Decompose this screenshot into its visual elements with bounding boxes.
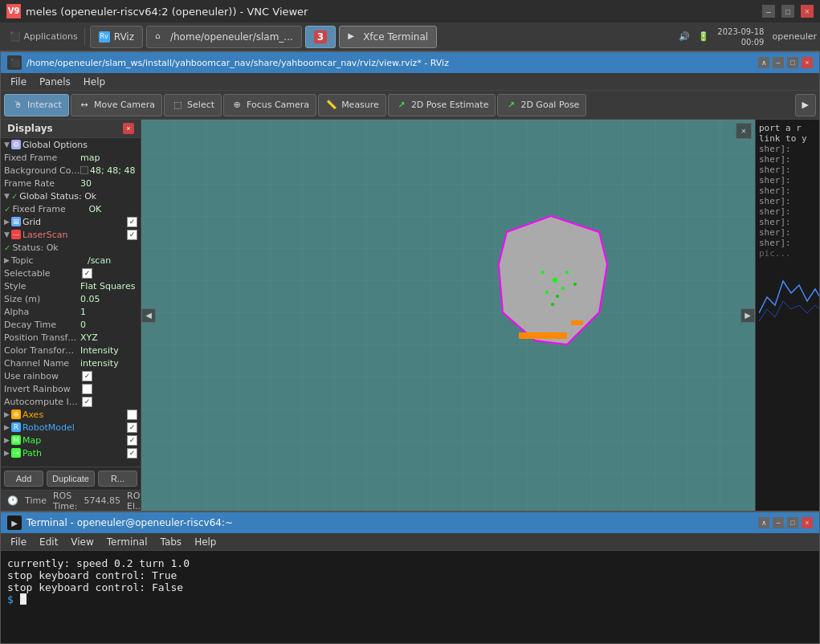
viewport-close-btn[interactable]: × (736, 123, 752, 139)
ls-autocompute-label: Autocompute Int... (4, 397, 80, 407)
robotmodel-section[interactable]: ▶ R RobotModel (1, 421, 141, 434)
terminal-content[interactable]: currently: speed 0.2 turn 1.0 stop keybo… (1, 551, 819, 643)
ls-status-label: Status: Ok (12, 243, 88, 253)
home-icon: ⌂ (155, 31, 166, 43)
terminal-icon: ▶ (348, 31, 359, 43)
interact-btn[interactable]: 🖱 Interact (4, 94, 69, 116)
move-camera-icon: ↔ (78, 99, 91, 112)
terminal-menu-view[interactable]: View (64, 535, 100, 549)
displays-header: Displays × (1, 120, 141, 138)
taskbar-number[interactable]: 3 (305, 26, 336, 48)
global-status-label: Global Status: Ok (19, 191, 96, 202)
terminal-maximize-btn[interactable]: – (773, 517, 784, 528)
taskbar-rviz[interactable]: Rv RViz (90, 26, 143, 48)
2d-pose-btn[interactable]: ↗ 2D Pose Estimate (388, 94, 496, 116)
path-section[interactable]: ▶ → Path (1, 446, 141, 459)
global-status-section[interactable]: ▼ ✓ Global Status: Ok (1, 190, 141, 202)
terminal-menu-file[interactable]: File (4, 535, 33, 549)
more-btn[interactable]: ▶ (795, 94, 816, 116)
applications-menu[interactable]: ⬛ Applications (3, 28, 85, 45)
battery-icon[interactable]: 🔋 (698, 31, 709, 42)
path-expand: ▶ (4, 449, 10, 457)
terminal-restore-btn[interactable]: □ (787, 517, 798, 528)
map-checkbox[interactable] (127, 435, 137, 446)
terminal-menu-terminal[interactable]: Terminal (100, 535, 154, 549)
grid-section[interactable]: ▶ ⊞ Grid (1, 215, 141, 228)
gs-expand: ▼ (4, 192, 10, 200)
minimize-btn[interactable]: – (762, 5, 775, 18)
gs-check-icon: ✓ (11, 192, 18, 201)
ls-color-trans-label: Color Transformer (4, 345, 80, 356)
viewport-right-arrow[interactable]: ▶ (740, 308, 755, 323)
bg-color-swatch (80, 166, 88, 174)
axes-section[interactable]: ▶ ⊕ Axes (1, 408, 141, 421)
terminal-menu-tabs[interactable]: Tabs (154, 535, 189, 549)
svg-rect-13 (571, 320, 583, 325)
volume-icon[interactable]: 🔊 (679, 31, 690, 42)
right-panel-line-9: sher]: (759, 206, 816, 217)
measure-btn[interactable]: 📏 Measure (318, 94, 386, 116)
terminal-close-btn[interactable]: × (802, 517, 813, 528)
terminal-line-2: stop keyboard control: True (7, 569, 813, 581)
laserscan-checkbox[interactable] (127, 230, 137, 240)
ls-pos-trans-value: XYZ (80, 332, 98, 343)
ls-invert-checkbox[interactable] (82, 384, 92, 394)
ls-size-row: Size (m) 0.05 (1, 292, 141, 305)
fixed-frame-label: Fixed Frame (4, 153, 80, 163)
ls-color-trans-row: Color Transformer Intensity (1, 344, 141, 357)
global-options-section[interactable]: ▼ ⚙ Global Options (1, 138, 141, 151)
terminal-title: Terminal - openeuler@openeuler-riscv64:~ (27, 517, 758, 528)
grid-checkbox[interactable] (127, 217, 137, 227)
menu-panels[interactable]: Panels (33, 75, 77, 89)
map-section[interactable]: ▶ M Map (1, 434, 141, 446)
axes-checkbox[interactable] (127, 410, 137, 420)
terminal-menu-help[interactable]: Help (188, 535, 222, 549)
rviz-close-btn[interactable]: × (802, 57, 813, 68)
rviz-restore-btn[interactable]: □ (787, 57, 798, 68)
rviz-maximize-btn[interactable]: – (773, 57, 784, 68)
interact-icon: 🖱 (11, 99, 24, 112)
ls-channel-label: Channel Name (4, 358, 80, 369)
taskbar-terminal[interactable]: ▶ Xfce Terminal (339, 26, 437, 48)
rviz-minimize-btn[interactable]: ∧ (758, 57, 769, 68)
close-btn[interactable]: × (801, 5, 814, 18)
2d-goal-btn[interactable]: ↗ 2D Goal Pose (497, 94, 586, 116)
3d-viewport[interactable]: ◀ ▶ × (141, 120, 755, 511)
duplicate-btn[interactable]: Duplicate (47, 471, 95, 487)
ls-pos-trans-label: Position Transfor... (4, 332, 80, 343)
path-checkbox[interactable] (127, 448, 137, 459)
displays-close-btn[interactable]: × (123, 123, 134, 134)
rviz-icon: Rv (99, 31, 110, 43)
rviz-window-icon: ⬛ (7, 55, 22, 70)
viewport-left-arrow[interactable]: ◀ (141, 308, 156, 323)
ls-topic-row[interactable]: ▶ Topic /scan (1, 254, 141, 267)
ls-expand: ▼ (4, 230, 10, 238)
robot-checkbox[interactable] (127, 422, 137, 433)
move-camera-btn[interactable]: ↔ Move Camera (71, 94, 162, 116)
ls-autocompute-checkbox[interactable] (82, 397, 92, 407)
ls-style-row: Style Flat Squares (1, 279, 141, 292)
menu-file[interactable]: File (4, 75, 33, 89)
add-btn[interactable]: Add (4, 471, 43, 487)
remove-btn[interactable]: R... (98, 471, 137, 487)
main-titlebar: V9 meles (openeuler-riscv64:2 (openeuler… (0, 0, 820, 22)
measure-label: Measure (341, 100, 379, 110)
robot-expand: ▶ (4, 423, 10, 431)
laserscan-section[interactable]: ▼ ⋯ LaserScan (1, 228, 141, 241)
select-btn[interactable]: ⬚ Select (164, 94, 222, 116)
rviz-menubar: File Panels Help (1, 73, 819, 91)
menu-help[interactable]: Help (77, 75, 112, 89)
ls-selectable-checkbox[interactable] (82, 268, 92, 279)
maximize-btn[interactable]: □ (781, 5, 794, 18)
2d-goal-icon: ↗ (504, 99, 517, 112)
displays-list: ▼ ⚙ Global Options Fixed Frame map Backg… (1, 138, 141, 467)
ls-rainbow-checkbox[interactable] (82, 371, 92, 381)
focus-camera-btn[interactable]: ⊕ Focus Camera (223, 94, 316, 116)
axes-label: Axes (22, 410, 43, 420)
taskbar-number-label: 3 (314, 31, 327, 43)
terminal-menu-edit[interactable]: Edit (33, 535, 64, 549)
taskbar-home[interactable]: ⌂ /home/openeuler/slam_... (146, 26, 302, 48)
main-title: meles (openeuler-riscv64:2 (openeuler)) … (26, 6, 308, 18)
right-panel-line-1: port a r (759, 123, 816, 133)
terminal-minimize-btn[interactable]: ∧ (758, 517, 769, 528)
